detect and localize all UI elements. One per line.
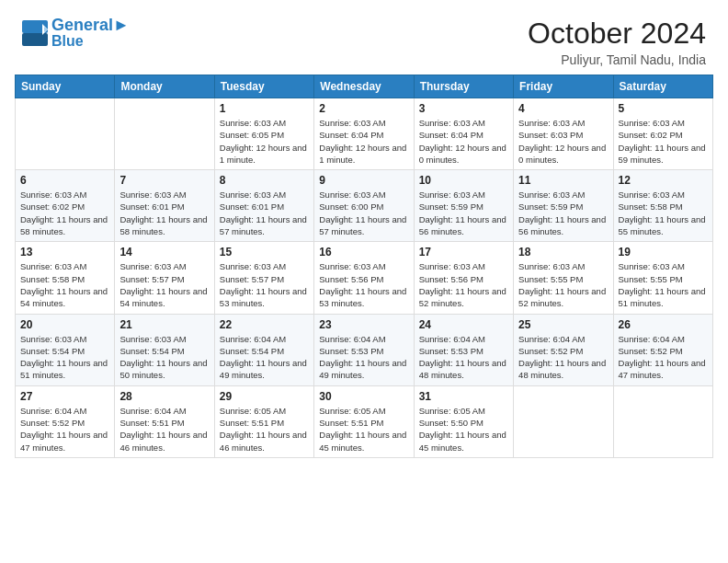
weekday-header-thursday: Thursday bbox=[414, 75, 513, 98]
day-number: 8 bbox=[220, 174, 309, 187]
calendar-cell: 15Sunrise: 6:03 AM Sunset: 5:57 PM Dayli… bbox=[214, 242, 313, 314]
calendar-week-3: 13Sunrise: 6:03 AM Sunset: 5:58 PM Dayli… bbox=[16, 242, 713, 314]
calendar-cell bbox=[115, 98, 214, 170]
day-info: Sunrise: 6:03 AM Sunset: 6:01 PM Dayligh… bbox=[119, 189, 209, 237]
calendar-body: 1Sunrise: 6:03 AM Sunset: 6:05 PM Daylig… bbox=[16, 98, 713, 458]
day-number: 9 bbox=[319, 174, 408, 187]
calendar-cell: 3Sunrise: 6:03 AM Sunset: 6:04 PM Daylig… bbox=[414, 98, 513, 170]
calendar-cell: 14Sunrise: 6:03 AM Sunset: 5:57 PM Dayli… bbox=[115, 242, 214, 314]
day-number: 23 bbox=[319, 318, 408, 331]
day-number: 28 bbox=[119, 390, 209, 403]
day-info: Sunrise: 6:04 AM Sunset: 5:52 PM Dayligh… bbox=[619, 333, 708, 382]
weekday-header-sunday: Sunday bbox=[16, 75, 115, 98]
day-number: 10 bbox=[419, 174, 508, 187]
day-number: 14 bbox=[119, 246, 209, 259]
calendar-cell: 9Sunrise: 6:03 AM Sunset: 6:00 PM Daylig… bbox=[314, 170, 414, 242]
weekday-header-wednesday: Wednesday bbox=[314, 75, 414, 98]
day-number: 20 bbox=[20, 318, 109, 331]
day-info: Sunrise: 6:03 AM Sunset: 5:55 PM Dayligh… bbox=[619, 260, 708, 309]
logo-icon bbox=[22, 20, 48, 46]
calendar-cell: 23Sunrise: 6:04 AM Sunset: 5:53 PM Dayli… bbox=[314, 314, 414, 385]
day-info: Sunrise: 6:03 AM Sunset: 5:55 PM Dayligh… bbox=[518, 260, 608, 309]
day-number: 12 bbox=[619, 174, 708, 187]
day-number: 29 bbox=[220, 390, 309, 403]
page: General► Blue October 2024 Puliyur, Tami… bbox=[0, 0, 728, 563]
day-info: Sunrise: 6:03 AM Sunset: 5:57 PM Dayligh… bbox=[220, 260, 309, 309]
calendar-cell: 25Sunrise: 6:04 AM Sunset: 5:52 PM Dayli… bbox=[514, 314, 613, 385]
day-info: Sunrise: 6:04 AM Sunset: 5:54 PM Dayligh… bbox=[220, 333, 309, 382]
calendar-cell: 29Sunrise: 6:05 AM Sunset: 5:51 PM Dayli… bbox=[214, 385, 313, 457]
day-number: 4 bbox=[518, 102, 608, 115]
day-number: 11 bbox=[518, 174, 608, 187]
day-info: Sunrise: 6:03 AM Sunset: 6:02 PM Dayligh… bbox=[619, 117, 708, 166]
calendar-cell: 13Sunrise: 6:03 AM Sunset: 5:58 PM Dayli… bbox=[16, 242, 115, 314]
day-number: 13 bbox=[20, 246, 109, 259]
calendar-week-5: 27Sunrise: 6:04 AM Sunset: 5:52 PM Dayli… bbox=[16, 385, 713, 457]
day-info: Sunrise: 6:03 AM Sunset: 6:02 PM Dayligh… bbox=[20, 189, 109, 237]
day-number: 21 bbox=[119, 318, 209, 331]
day-number: 25 bbox=[518, 318, 608, 331]
calendar-cell: 28Sunrise: 6:04 AM Sunset: 5:51 PM Dayli… bbox=[115, 385, 214, 457]
calendar-cell: 18Sunrise: 6:03 AM Sunset: 5:55 PM Dayli… bbox=[514, 242, 613, 314]
day-number: 6 bbox=[20, 174, 109, 187]
calendar-cell: 16Sunrise: 6:03 AM Sunset: 5:56 PM Dayli… bbox=[314, 242, 414, 314]
calendar-cell: 6Sunrise: 6:03 AM Sunset: 6:02 PM Daylig… bbox=[16, 170, 115, 242]
day-info: Sunrise: 6:04 AM Sunset: 5:53 PM Dayligh… bbox=[419, 333, 508, 382]
calendar-cell: 1Sunrise: 6:03 AM Sunset: 6:05 PM Daylig… bbox=[214, 98, 313, 170]
header: General► Blue October 2024 Puliyur, Tami… bbox=[0, 0, 728, 75]
day-number: 7 bbox=[119, 174, 209, 187]
calendar-cell: 30Sunrise: 6:05 AM Sunset: 5:51 PM Dayli… bbox=[314, 385, 414, 457]
day-info: Sunrise: 6:03 AM Sunset: 5:59 PM Dayligh… bbox=[419, 189, 508, 237]
day-info: Sunrise: 6:03 AM Sunset: 5:58 PM Dayligh… bbox=[20, 260, 109, 309]
day-info: Sunrise: 6:03 AM Sunset: 6:04 PM Dayligh… bbox=[319, 117, 408, 166]
logo-blue-icon: ► bbox=[113, 16, 130, 34]
day-info: Sunrise: 6:04 AM Sunset: 5:51 PM Dayligh… bbox=[119, 405, 209, 454]
day-info: Sunrise: 6:03 AM Sunset: 6:05 PM Dayligh… bbox=[220, 117, 309, 166]
day-number: 16 bbox=[319, 246, 408, 259]
day-info: Sunrise: 6:04 AM Sunset: 5:52 PM Dayligh… bbox=[518, 333, 608, 382]
day-info: Sunrise: 6:03 AM Sunset: 5:54 PM Dayligh… bbox=[119, 333, 209, 382]
calendar-cell: 7Sunrise: 6:03 AM Sunset: 6:01 PM Daylig… bbox=[115, 170, 214, 242]
calendar-cell: 2Sunrise: 6:03 AM Sunset: 6:04 PM Daylig… bbox=[314, 98, 414, 170]
day-number: 19 bbox=[619, 246, 708, 259]
svg-rect-1 bbox=[22, 33, 48, 46]
day-info: Sunrise: 6:03 AM Sunset: 6:03 PM Dayligh… bbox=[518, 117, 608, 166]
calendar-cell: 31Sunrise: 6:05 AM Sunset: 5:50 PM Dayli… bbox=[414, 385, 513, 457]
day-info: Sunrise: 6:04 AM Sunset: 5:53 PM Dayligh… bbox=[319, 333, 408, 382]
calendar-cell: 19Sunrise: 6:03 AM Sunset: 5:55 PM Dayli… bbox=[613, 242, 712, 314]
day-info: Sunrise: 6:03 AM Sunset: 5:56 PM Dayligh… bbox=[419, 260, 508, 309]
weekday-header-saturday: Saturday bbox=[613, 75, 712, 98]
day-info: Sunrise: 6:04 AM Sunset: 5:52 PM Dayligh… bbox=[20, 405, 109, 454]
calendar-cell: 5Sunrise: 6:03 AM Sunset: 6:02 PM Daylig… bbox=[613, 98, 712, 170]
location: Puliyur, Tamil Nadu, India bbox=[528, 52, 706, 67]
calendar-table: SundayMondayTuesdayWednesdayThursdayFrid… bbox=[15, 75, 713, 458]
day-info: Sunrise: 6:05 AM Sunset: 5:51 PM Dayligh… bbox=[319, 405, 408, 454]
weekday-header-tuesday: Tuesday bbox=[214, 75, 313, 98]
day-number: 30 bbox=[319, 390, 408, 403]
calendar-cell: 26Sunrise: 6:04 AM Sunset: 5:52 PM Dayli… bbox=[613, 314, 712, 385]
day-info: Sunrise: 6:03 AM Sunset: 5:54 PM Dayligh… bbox=[20, 333, 109, 382]
weekday-header-friday: Friday bbox=[514, 75, 613, 98]
logo-line2: Blue bbox=[51, 33, 130, 50]
day-number: 3 bbox=[419, 102, 508, 115]
calendar-cell: 21Sunrise: 6:03 AM Sunset: 5:54 PM Dayli… bbox=[115, 314, 214, 385]
day-info: Sunrise: 6:03 AM Sunset: 6:04 PM Dayligh… bbox=[419, 117, 508, 166]
day-number: 17 bbox=[419, 246, 508, 259]
title-block: October 2024 Puliyur, Tamil Nadu, India bbox=[528, 17, 706, 67]
calendar-cell: 10Sunrise: 6:03 AM Sunset: 5:59 PM Dayli… bbox=[414, 170, 513, 242]
day-info: Sunrise: 6:03 AM Sunset: 5:59 PM Dayligh… bbox=[518, 189, 608, 237]
calendar-cell bbox=[514, 385, 613, 457]
calendar-cell: 8Sunrise: 6:03 AM Sunset: 6:01 PM Daylig… bbox=[214, 170, 313, 242]
day-number: 18 bbox=[518, 246, 608, 259]
day-info: Sunrise: 6:03 AM Sunset: 5:57 PM Dayligh… bbox=[119, 260, 209, 309]
day-number: 27 bbox=[20, 390, 109, 403]
weekday-header-row: SundayMondayTuesdayWednesdayThursdayFrid… bbox=[16, 75, 713, 98]
month-title: October 2024 bbox=[528, 17, 706, 51]
calendar-cell: 27Sunrise: 6:04 AM Sunset: 5:52 PM Dayli… bbox=[16, 385, 115, 457]
day-info: Sunrise: 6:05 AM Sunset: 5:50 PM Dayligh… bbox=[419, 405, 508, 454]
calendar-week-2: 6Sunrise: 6:03 AM Sunset: 6:02 PM Daylig… bbox=[16, 170, 713, 242]
day-number: 31 bbox=[419, 390, 508, 403]
logo-text: General► Blue bbox=[51, 17, 130, 49]
calendar-week-1: 1Sunrise: 6:03 AM Sunset: 6:05 PM Daylig… bbox=[16, 98, 713, 170]
calendar-cell: 11Sunrise: 6:03 AM Sunset: 5:59 PM Dayli… bbox=[514, 170, 613, 242]
